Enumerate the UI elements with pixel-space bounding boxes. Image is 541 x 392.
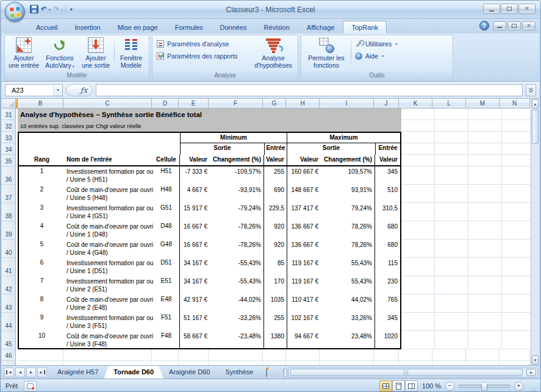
row-header[interactable] [2, 361, 16, 365]
cell-min-sortie-valeur[interactable]: 34 167 € [180, 276, 210, 294]
cell-min-sortie-changement[interactable]: -78,26% [210, 240, 264, 258]
cell-max-sortie-valeur[interactable]: 160 667 € [287, 166, 321, 185]
save-button[interactable] [30, 5, 38, 13]
next-sheet-button[interactable]: ► [26, 368, 36, 377]
cell[interactable] [152, 349, 179, 361]
redo-button[interactable]: ↷▾ [53, 5, 63, 13]
cell-min-entree-valeur[interactable]: 255 [264, 313, 287, 331]
ribbon-tab-formules[interactable]: Formules [167, 21, 212, 34]
cell[interactable] [401, 258, 435, 276]
cell[interactable] [468, 203, 502, 221]
cell[interactable] [432, 361, 466, 365]
cell-min-entree-valeur[interactable]: 85 [264, 258, 287, 276]
cell-cellule[interactable]: F51 [153, 313, 180, 331]
cell[interactable] [63, 349, 152, 361]
formula-input[interactable] [96, 84, 523, 96]
cell[interactable] [468, 313, 502, 331]
cell-min-sortie-valeur[interactable]: 4 667 € [180, 185, 210, 203]
model-window-button[interactable]: Fenêtre Modèle [116, 36, 146, 71]
cell[interactable] [468, 258, 502, 276]
col-header-valeur[interactable]: Valeur [375, 155, 400, 165]
cell[interactable] [286, 361, 320, 365]
sortie-header-cell[interactable]: Sortie [287, 143, 375, 155]
col-header-valeur[interactable]: Valeur [264, 155, 287, 165]
name-box[interactable]: A23▼ [5, 84, 63, 96]
analysis-settings-button[interactable]: Paramètres d'analyse [154, 38, 245, 49]
macro-record-button[interactable] [24, 381, 37, 391]
cell-min-sortie-changement[interactable]: -55,43% [210, 276, 264, 294]
cell-cellule[interactable]: F48 [153, 331, 180, 348]
cell[interactable] [401, 294, 435, 313]
cell-min-sortie-valeur[interactable]: 42 917 € [180, 294, 210, 313]
row-header[interactable]: 33 [2, 132, 16, 143]
swap-functions-button[interactable]: Permuter les fonctions [303, 36, 349, 71]
cell[interactable] [209, 361, 263, 365]
resize-grip[interactable] [528, 382, 536, 390]
column-header-f[interactable]: F [209, 99, 263, 109]
cell[interactable] [320, 361, 374, 365]
cell-max-sortie-valeur[interactable]: 102 167 € [287, 313, 321, 331]
cell-max-entree-valeur[interactable]: 345 [375, 313, 400, 331]
tab-split-handle[interactable] [283, 368, 287, 377]
cell-min-entree-valeur[interactable]: 1035 [264, 294, 287, 313]
cell-max-sortie-valeur[interactable]: 136 667 € [287, 221, 321, 240]
cell-min-entree-valeur[interactable]: 229,5 [264, 203, 287, 221]
cell[interactable] [502, 331, 532, 349]
maximum-header-cell[interactable]: Maximum [287, 133, 400, 143]
cell[interactable] [209, 349, 263, 361]
column-header-j[interactable]: J [374, 99, 399, 109]
column-header-i[interactable]: I [320, 99, 374, 109]
select-all-button[interactable] [2, 99, 16, 109]
vertical-scrollbar-thumb[interactable] [532, 110, 539, 144]
row-header[interactable]: 34 [2, 143, 16, 155]
column-header-n[interactable]: N [500, 99, 530, 109]
cell-cellule[interactable]: E48 [153, 294, 180, 313]
column-header-d[interactable]: D [152, 99, 179, 109]
cell[interactable] [502, 185, 532, 203]
cell-nom-entree[interactable]: Coût de main-d'oeuvre par ouvri/ Usine 2… [65, 294, 153, 313]
cell-max-entree-valeur[interactable]: 310,5 [375, 203, 400, 221]
cell[interactable] [401, 109, 435, 120]
cell-min-entree-valeur[interactable]: 1380 [264, 331, 287, 348]
cell-min-sortie-changement[interactable]: -33,26% [210, 313, 264, 331]
cell-max-sortie-changement[interactable]: 44,02% [321, 294, 375, 313]
sheet-tab-synth-se[interactable]: Synthèse [215, 366, 263, 379]
cell-max-sortie-changement[interactable]: 109,57% [321, 166, 375, 185]
scroll-right-button[interactable]: ► [526, 369, 536, 376]
cell[interactable] [435, 276, 468, 294]
previous-sheet-button[interactable]: ◄ [15, 368, 25, 377]
page-break-view-button[interactable] [405, 380, 418, 391]
cell-min-sortie-changement[interactable]: -79,24% [210, 203, 264, 221]
col-header-nom[interactable]: Nom de l'entrée [65, 155, 153, 165]
col-header-cellule[interactable]: Cellule [153, 155, 180, 165]
row-header[interactable]: 41 [2, 258, 16, 276]
col-header-changement[interactable]: Changement (%) [210, 155, 264, 165]
cell-cellule[interactable]: D51 [153, 258, 180, 276]
cell[interactable] [401, 120, 435, 132]
ribbon-tab-mise-en-page[interactable]: Mise en page [109, 21, 167, 34]
normal-view-button[interactable] [379, 380, 392, 391]
cell-nom-entree[interactable]: Investissement formation par ou/ Usine 4… [65, 203, 153, 221]
cell[interactable] [399, 361, 432, 365]
cell[interactable] [468, 166, 502, 185]
cell[interactable] [374, 349, 399, 361]
cell-max-sortie-changement[interactable]: 79,24% [321, 203, 375, 221]
cell[interactable] [435, 109, 468, 120]
cell-max-sortie-valeur[interactable]: 137 417 € [287, 203, 321, 221]
autovary-functions-button[interactable]: Fonctions AutoVary▾ [41, 36, 79, 71]
cell[interactable] [435, 155, 468, 166]
cell-cellule[interactable]: G51 [153, 203, 180, 221]
cell[interactable] [502, 221, 532, 240]
cell[interactable] [286, 349, 320, 361]
column-header-c[interactable]: C [63, 99, 152, 109]
cell-cellule[interactable]: E51 [153, 276, 180, 294]
col-header-rang[interactable]: Rang [19, 155, 65, 165]
ribbon-tab-r-vision[interactable]: Révision [256, 21, 298, 34]
cell[interactable] [18, 349, 63, 361]
zoom-in-button[interactable]: + [514, 382, 523, 391]
cell-nom-entree[interactable]: Coût de main-d'oeuvre par ouvri/ Usine 4… [65, 240, 153, 258]
cell-nom-entree[interactable]: Investissement formation par ou/ Usine 1… [65, 258, 153, 276]
cell-min-sortie-valeur[interactable]: 16 667 € [180, 240, 210, 258]
undo-button[interactable]: ↶▾ [41, 5, 51, 13]
ribbon-tab-donn-es[interactable]: Données [212, 21, 256, 34]
